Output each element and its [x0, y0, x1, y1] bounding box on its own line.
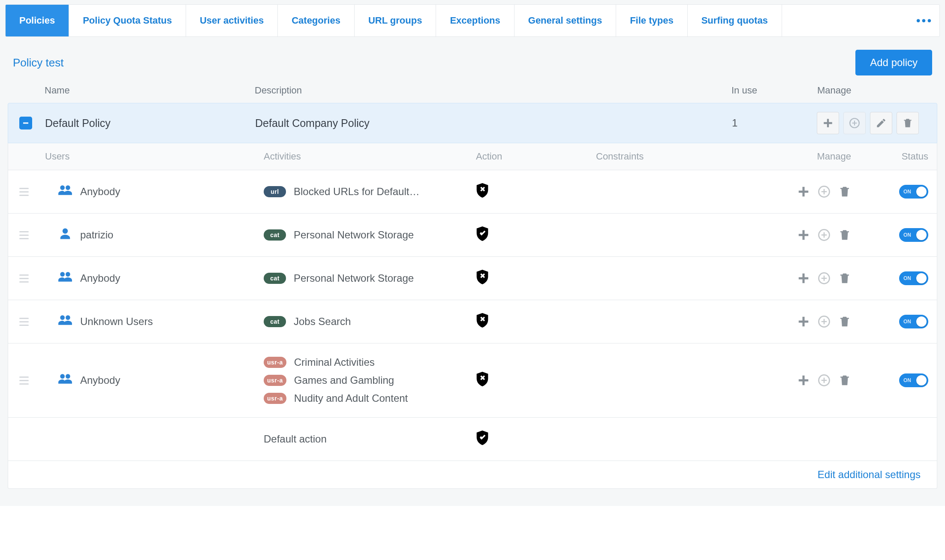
col-constraints: Constraints — [596, 151, 765, 162]
delete-rule-icon[interactable] — [838, 229, 851, 241]
delete-rule-icon[interactable] — [838, 315, 851, 328]
col-activities: Activities — [264, 151, 476, 162]
col-users: Users — [45, 151, 264, 162]
activity-label: Personal Network Storage — [294, 272, 414, 284]
tab-file-types[interactable]: File types — [616, 5, 687, 36]
status-toggle[interactable]: ON — [899, 271, 928, 285]
activity-item: usr-aGames and Gambling — [264, 374, 476, 386]
add-policy-button[interactable]: Add policy — [855, 50, 932, 75]
status-toggle[interactable]: ON — [899, 315, 928, 328]
col-description: Description — [255, 85, 731, 96]
activity-item: catJobs Search — [264, 316, 476, 328]
rule-manage-cell — [765, 229, 851, 241]
action-cell — [476, 313, 596, 330]
tab-user-activities[interactable]: User activities — [186, 5, 278, 36]
toggle-label: ON — [903, 232, 911, 238]
action-block-shield-icon — [476, 275, 489, 286]
status-cell: ON — [851, 271, 928, 285]
drag-handle-icon[interactable] — [19, 188, 32, 196]
toggle-label: ON — [903, 189, 911, 195]
rule-manage-cell — [765, 272, 851, 285]
clone-rule-icon[interactable] — [818, 185, 831, 198]
toggle-label: ON — [903, 319, 911, 325]
status-cell: ON — [851, 315, 928, 328]
activities-cell: urlBlocked URLs for Default P… — [264, 186, 476, 198]
title-row: Policy test Add policy — [5, 37, 940, 85]
delete-rule-icon[interactable] — [838, 185, 851, 198]
add-rule-icon[interactable] — [797, 374, 810, 387]
user-icon — [58, 227, 72, 243]
rule-row: Anybody usr-aCriminal Activitiesusr-aGam… — [8, 343, 937, 418]
tab-categories[interactable]: Categories — [278, 5, 355, 36]
policy-group-row: Default Policy Default Company Policy 1 — [8, 103, 937, 143]
tab-more-icon[interactable]: ••• — [909, 5, 939, 36]
user-label: Anybody — [80, 186, 120, 198]
rule-row: Anybody catPersonal Network Storage ON — [8, 257, 937, 300]
add-rule-icon[interactable] — [797, 272, 810, 285]
activity-type-pill: usr-a — [264, 393, 286, 404]
page-title[interactable]: Policy test — [13, 56, 64, 69]
add-rule-icon[interactable] — [797, 229, 810, 241]
activity-label: Games and Gambling — [294, 374, 394, 386]
clone-rule-icon[interactable] — [818, 315, 831, 328]
drag-handle-icon[interactable] — [19, 318, 32, 326]
col-manage: Manage — [817, 85, 929, 96]
activities-cell: usr-aCriminal Activitiesusr-aGames and G… — [264, 356, 476, 404]
user-label: patrizio — [80, 229, 113, 241]
rule-row: patrizio catPersonal Network Storage ON — [8, 214, 937, 257]
users-group-icon — [58, 314, 72, 329]
action-block-shield-icon — [476, 188, 489, 200]
activities-cell: catJobs Search — [264, 316, 476, 328]
edit-policy-button[interactable] — [870, 112, 892, 134]
activity-label: Nudity and Adult Content — [294, 392, 408, 404]
tab-surfing-quotas[interactable]: Surfing quotas — [688, 5, 782, 36]
policy-description: Default Company Policy — [255, 117, 732, 129]
activity-type-pill: usr-a — [264, 375, 286, 386]
activity-label: Criminal Activities — [294, 356, 375, 368]
action-allow-shield-icon — [476, 436, 489, 447]
clone-rule-icon[interactable] — [818, 229, 831, 241]
add-rule-button[interactable] — [817, 112, 839, 134]
clone-rule-icon[interactable] — [818, 374, 831, 387]
activity-type-pill: usr-a — [264, 357, 286, 368]
action-cell — [476, 226, 596, 244]
status-cell: ON — [851, 228, 928, 242]
drag-handle-icon[interactable] — [19, 274, 32, 283]
status-toggle[interactable]: ON — [899, 373, 928, 387]
status-cell: ON — [851, 373, 928, 387]
activity-type-pill: url — [264, 186, 286, 197]
drag-handle-icon[interactable] — [19, 376, 32, 385]
rule-manage-cell — [765, 185, 851, 198]
add-rule-icon[interactable] — [797, 315, 810, 328]
delete-policy-button[interactable] — [897, 112, 919, 134]
status-toggle[interactable]: ON — [899, 185, 928, 199]
user-label: Unknown Users — [80, 316, 153, 328]
clone-policy-button[interactable] — [843, 112, 866, 134]
activities-cell: Default action — [264, 433, 476, 445]
col-rule-manage: Manage — [765, 151, 851, 162]
users-cell: Anybody — [45, 373, 264, 388]
collapse-toggle[interactable] — [19, 117, 32, 129]
tab-exceptions[interactable]: Exceptions — [436, 5, 514, 36]
delete-rule-icon[interactable] — [838, 272, 851, 285]
activity-item: catPersonal Network Storage — [264, 272, 476, 284]
tab-general-settings[interactable]: General settings — [515, 5, 616, 36]
activity-item: Default action — [264, 433, 476, 445]
tab-policy-quota-status[interactable]: Policy Quota Status — [69, 5, 186, 36]
clone-rule-icon[interactable] — [818, 272, 831, 285]
tab-url-groups[interactable]: URL groups — [355, 5, 436, 36]
action-cell — [476, 270, 596, 287]
activity-type-pill: cat — [264, 316, 286, 327]
activity-label: Blocked URLs for Default P… — [294, 186, 422, 198]
tab-policies[interactable]: Policies — [6, 5, 69, 36]
rules-list: Anybody urlBlocked URLs for Default P… O… — [8, 170, 937, 461]
drag-handle-icon[interactable] — [19, 231, 32, 239]
action-cell — [476, 183, 596, 200]
edit-additional-settings-link[interactable]: Edit additional settings — [818, 469, 921, 481]
status-toggle[interactable]: ON — [899, 228, 928, 242]
rules-header: Users Activities Action Constraints Mana… — [8, 143, 937, 170]
delete-rule-icon[interactable] — [838, 374, 851, 387]
action-cell — [476, 372, 596, 389]
table-header: Name Description In use Manage — [8, 85, 937, 103]
add-rule-icon[interactable] — [797, 185, 810, 198]
